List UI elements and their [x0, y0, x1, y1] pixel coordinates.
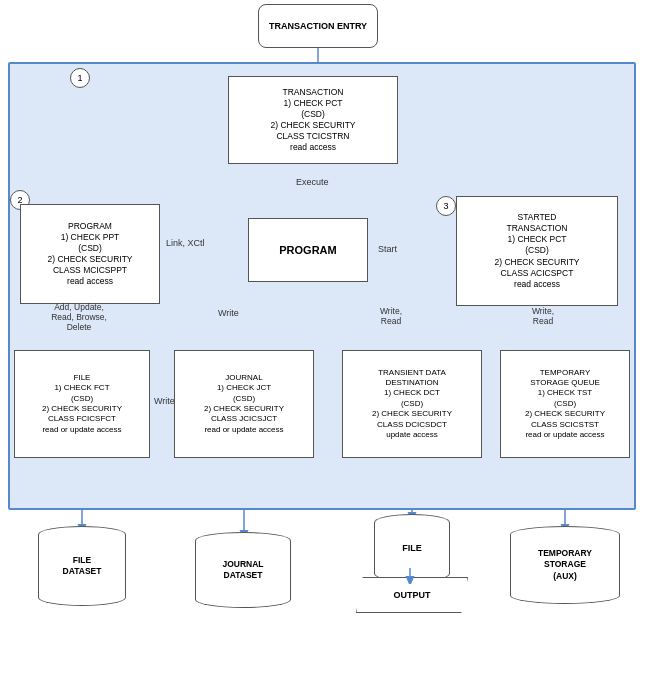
box-started: STARTED TRANSACTION 1) CHECK PCT (CSD) 2… [456, 196, 618, 306]
write1-label: Write [218, 308, 239, 318]
box-transient: TRANSIENT DATA DESTINATION 1) CHECK DCT … [342, 350, 482, 458]
box-temp: TEMPORARY STORAGE QUEUE 1) CHECK TST (CS… [500, 350, 630, 458]
write-read2-label: Write, Read [532, 306, 554, 326]
journal-dataset: JOURNAL DATASET [185, 532, 301, 608]
file-output-arrow [400, 568, 420, 584]
file-dataset: FILE DATASET [28, 526, 136, 606]
box-prog-check: PROGRAM 1) CHECK PPT (CSD) 2) CHECK SECU… [20, 204, 160, 304]
box-program: PROGRAM [248, 218, 368, 282]
entry-shape: TRANSACTION ENTRY [258, 4, 378, 48]
start-label: Start [378, 244, 397, 254]
entry-label: TRANSACTION ENTRY [269, 21, 367, 32]
box-journal: JOURNAL 1) CHECK JCT (CSD) 2) CHECK SECU… [174, 350, 314, 458]
diagram: TRANSACTION ENTRY 1 TRANSACTION 1) CHECK… [0, 0, 647, 687]
circle-3: 3 [436, 196, 456, 216]
add-update-label: Add, Update, Read, Browse, Delete [14, 302, 144, 332]
write-read1-label: Write, Read [380, 306, 402, 326]
box-file: FILE 1) CHECK FCT (CSD) 2) CHECK SECURIT… [14, 350, 150, 458]
write2-label: Write [154, 396, 175, 406]
link-xctl-label: Link, XCtl [166, 238, 205, 248]
execute-label: Execute [296, 177, 329, 187]
circle-1: 1 [70, 68, 90, 88]
box-transaction: TRANSACTION 1) CHECK PCT (CSD) 2) CHECK … [228, 76, 398, 164]
temp-storage: TEMPORARY STORAGE (AUX) [500, 526, 630, 604]
transaction-text: TRANSACTION 1) CHECK PCT (CSD) 2) CHECK … [270, 87, 355, 153]
